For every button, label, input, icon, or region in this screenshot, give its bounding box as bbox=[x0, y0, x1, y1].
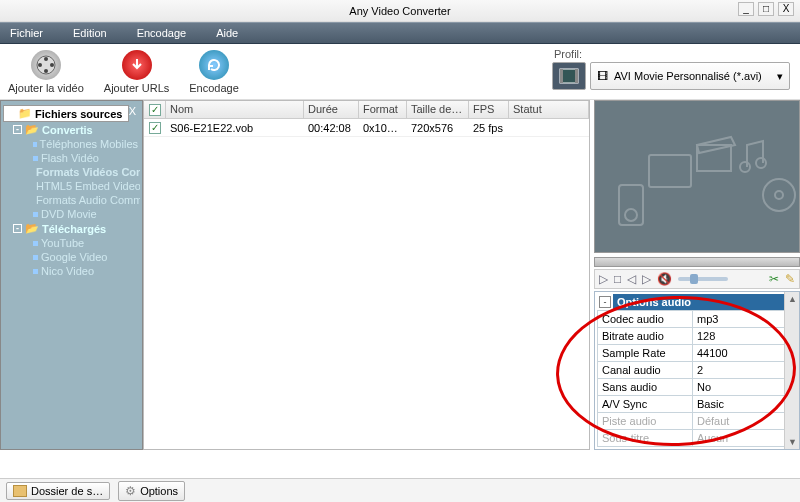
film-reel-icon bbox=[31, 50, 61, 80]
profile-format-icon[interactable] bbox=[552, 62, 586, 90]
scroll-down-icon[interactable]: ▼ bbox=[788, 437, 797, 447]
svg-point-1 bbox=[44, 57, 48, 61]
tree-item[interactable]: HTML5 Embed Video bbox=[3, 179, 140, 193]
tablet-icon bbox=[645, 151, 695, 191]
settings-tool-icon[interactable]: ✎ bbox=[785, 272, 795, 286]
tree-item[interactable]: Téléphones Mobiles bbox=[3, 137, 140, 151]
opt-row[interactable]: Bitrate audio128 bbox=[598, 328, 797, 345]
opt-row[interactable]: A/V SyncBasic bbox=[598, 396, 797, 413]
tree-item[interactable]: DVD Movie bbox=[3, 207, 140, 221]
encode-button[interactable]: Encodage bbox=[189, 50, 239, 94]
collapse-icon[interactable]: - bbox=[13, 224, 22, 233]
player-controls: ▷ □ ◁ ▷ 🔇 ✂ ✎ bbox=[594, 269, 800, 289]
add-urls-button[interactable]: Ajouter URLs bbox=[104, 50, 169, 94]
menu-bar: Fichier Edition Encodage Aide bbox=[0, 22, 800, 44]
opt-row[interactable]: Codec audiomp3 bbox=[598, 311, 797, 328]
bottom-bar: Dossier de s… ⚙ Options bbox=[0, 478, 800, 502]
tree-item-formats-video[interactable]: Formats Vidéos Communs bbox=[3, 165, 140, 179]
collapse-icon[interactable]: - bbox=[6, 109, 15, 118]
col-nom[interactable]: Nom bbox=[166, 101, 304, 118]
window-title: Any Video Converter bbox=[349, 5, 450, 17]
col-fps[interactable]: FPS bbox=[469, 101, 509, 118]
options-button[interactable]: ⚙ Options bbox=[118, 481, 185, 501]
options-panel: - Options audio Codec audiomp3 Bitrate a… bbox=[594, 291, 800, 450]
menu-edition[interactable]: Edition bbox=[73, 27, 107, 39]
tree-convertis[interactable]: -📂Convertis bbox=[3, 122, 140, 137]
options-header: Options audio bbox=[613, 294, 797, 310]
sidebar-close-icon[interactable]: X bbox=[129, 105, 140, 117]
source-tree[interactable]: X -📁Fichiers sources -📂Convertis Télépho… bbox=[1, 103, 142, 449]
tree-root-fichiers-sources[interactable]: -📁Fichiers sources bbox=[3, 105, 129, 122]
tree-item[interactable]: Formats Audio Communs bbox=[3, 193, 140, 207]
svg-rect-7 bbox=[575, 69, 578, 83]
cell-nom: S06-E21E22.vob bbox=[166, 122, 304, 134]
menu-encodage[interactable]: Encodage bbox=[137, 27, 187, 39]
collapse-icon[interactable]: - bbox=[13, 125, 22, 134]
opt-row-disabled: Piste audioDéfaut bbox=[598, 413, 797, 430]
next-icon[interactable]: ▷ bbox=[642, 272, 651, 286]
col-statut[interactable]: Statut bbox=[509, 101, 589, 118]
svg-point-9 bbox=[625, 209, 637, 221]
svg-point-2 bbox=[44, 69, 48, 73]
snapshot-icon[interactable]: ✂ bbox=[769, 272, 779, 286]
svg-point-12 bbox=[740, 162, 750, 172]
tree-item[interactable]: YouTube bbox=[3, 236, 140, 250]
file-list: ✓ Nom Durée Format Taille de la … FPS St… bbox=[143, 100, 590, 450]
music-note-icon bbox=[735, 137, 771, 177]
table-header: ✓ Nom Durée Format Taille de la … FPS St… bbox=[144, 101, 589, 119]
add-video-label: Ajouter la vidéo bbox=[8, 82, 84, 94]
add-urls-label: Ajouter URLs bbox=[104, 82, 169, 94]
svg-point-15 bbox=[775, 191, 783, 199]
opt-row-disabled: Sous-titreAucun bbox=[598, 430, 797, 447]
title-bar: Any Video Converter _ □ X bbox=[0, 0, 800, 22]
row-checkbox[interactable]: ✓ bbox=[149, 122, 161, 134]
profile-dropdown[interactable]: 🎞 AVI Movie Personnalisé (*.avi) ▾ bbox=[590, 62, 790, 90]
play-icon[interactable]: ▷ bbox=[599, 272, 608, 286]
seek-bar[interactable] bbox=[594, 257, 800, 267]
cell-taille: 720x576 bbox=[407, 122, 469, 134]
output-folder-button[interactable]: Dossier de s… bbox=[6, 482, 110, 500]
film-clapper-icon bbox=[691, 131, 737, 177]
svg-rect-6 bbox=[560, 69, 563, 83]
menu-aide[interactable]: Aide bbox=[216, 27, 238, 39]
opt-row[interactable]: Canal audio2 bbox=[598, 362, 797, 379]
col-taille[interactable]: Taille de la … bbox=[407, 101, 469, 118]
chevron-down-icon: ▾ bbox=[777, 70, 783, 83]
scroll-up-icon[interactable]: ▲ bbox=[788, 294, 797, 304]
profile-label: Profil: bbox=[552, 48, 582, 60]
cell-format: 0x10… bbox=[359, 122, 407, 134]
col-format[interactable]: Format bbox=[359, 101, 407, 118]
minimize-button[interactable]: _ bbox=[738, 2, 754, 16]
preview-pane bbox=[594, 100, 800, 253]
folder-icon bbox=[13, 485, 27, 497]
tree-item[interactable]: Nico Video bbox=[3, 264, 140, 278]
opt-row[interactable]: Sans audioNo bbox=[598, 379, 797, 396]
menu-fichier[interactable]: Fichier bbox=[10, 27, 43, 39]
options-scrollbar[interactable]: ▲ ▼ bbox=[784, 292, 799, 449]
tree-telecharges[interactable]: -📂Téléchargés bbox=[3, 221, 140, 236]
opt-row[interactable]: Sample Rate44100 bbox=[598, 345, 797, 362]
prev-icon[interactable]: ◁ bbox=[627, 272, 636, 286]
tree-item[interactable]: Flash Vidéo bbox=[3, 151, 140, 165]
svg-rect-8 bbox=[619, 185, 643, 225]
add-video-button[interactable]: Ajouter la vidéo bbox=[8, 50, 84, 94]
sidebar: X -📁Fichiers sources -📂Convertis Télépho… bbox=[0, 100, 143, 450]
cell-fps: 25 fps bbox=[469, 122, 509, 134]
stop-icon[interactable]: □ bbox=[614, 272, 621, 286]
col-duree[interactable]: Durée bbox=[304, 101, 359, 118]
table-row[interactable]: ✓ S06-E21E22.vob 00:42:08 0x10… 720x576 … bbox=[144, 119, 589, 137]
col-check[interactable]: ✓ bbox=[144, 101, 166, 118]
svg-point-4 bbox=[50, 63, 54, 67]
maximize-button[interactable]: □ bbox=[758, 2, 774, 16]
close-button[interactable]: X bbox=[778, 2, 794, 16]
tree-item[interactable]: Google Video bbox=[3, 250, 140, 264]
options-collapse-icon[interactable]: - bbox=[599, 296, 611, 308]
film-icon: 🎞 bbox=[597, 70, 608, 82]
toolbar: Ajouter la vidéo Ajouter URLs Encodage P… bbox=[0, 44, 800, 100]
volume-icon[interactable]: 🔇 bbox=[657, 272, 672, 286]
volume-slider[interactable] bbox=[678, 277, 728, 281]
encode-label: Encodage bbox=[189, 82, 239, 94]
disc-icon bbox=[759, 175, 799, 215]
right-panel: ▷ □ ◁ ▷ 🔇 ✂ ✎ - Options audio Codec audi… bbox=[590, 100, 800, 450]
refresh-icon bbox=[199, 50, 229, 80]
